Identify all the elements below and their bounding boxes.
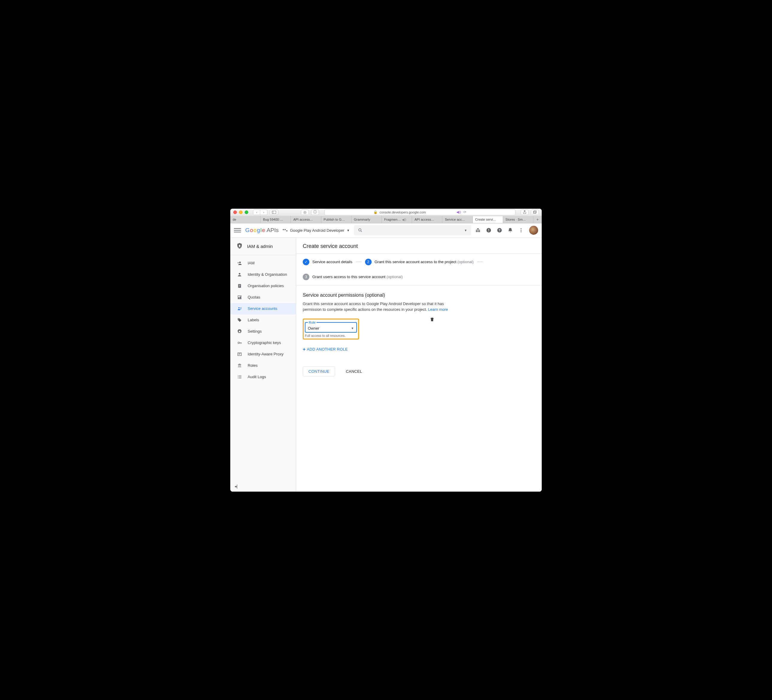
compass-icon[interactable]: ◎ [301,209,309,215]
tabs-button[interactable] [531,209,539,215]
address-text: console.developers.google.com [379,211,426,214]
svg-rect-37 [239,365,240,366]
sidebar-item-audit[interactable]: Audit Logs [230,371,296,383]
sidebar-item-roles[interactable]: Roles [230,360,296,371]
browser-tab[interactable]: API access… [291,216,321,223]
browser-tab-active[interactable]: Create servi… [473,216,503,223]
svg-rect-25 [239,286,240,287]
browser-tab[interactable]: Service acc… [442,216,473,223]
sidebar-item-label: IAM [248,261,255,265]
sidebar-item-iam[interactable]: IAM [230,257,296,269]
back-button[interactable]: ‹ [253,209,260,215]
svg-rect-8 [476,231,478,232]
info-icon[interactable]: ⓘ [311,209,319,215]
document-icon [237,283,242,289]
svg-rect-6 [476,230,478,231]
minimize-window-button[interactable] [239,211,242,214]
chevron-down-icon: ▼ [351,327,354,330]
cancel-button[interactable]: CANCEL [340,367,368,376]
app-body: IAM & admin IAM Identity & Organisation … [230,238,542,492]
google-apis-logo[interactable]: Google APIs [245,227,278,234]
sidebar-item-quotas[interactable]: Quotas [230,292,296,303]
svg-rect-10 [477,229,479,229]
step-number-icon: 2 [365,259,371,265]
browser-tab[interactable]: Publish to G… [321,216,352,223]
person-icon [237,272,242,277]
more-icon[interactable] [518,227,524,233]
collapse-nav-button[interactable]: ◂| [234,484,238,489]
svg-rect-7 [478,230,480,231]
search-box[interactable]: ▼ [354,225,471,236]
browser-tab[interactable]: de [230,216,260,223]
delete-role-button[interactable] [430,317,435,323]
svg-rect-36 [238,365,239,366]
continue-button[interactable]: CONTINUE [303,366,335,376]
svg-point-16 [521,228,522,229]
sidebar-item-service-accounts[interactable]: Service accounts [230,303,296,314]
help-icon[interactable]: ? [497,227,502,233]
menu-button[interactable] [234,227,241,234]
search-input[interactable] [366,228,461,233]
address-bar[interactable]: 🔒 console.developers.google.com ◀︎)) ⟳ [324,209,515,215]
audio-icon[interactable]: ◀︎)) [456,210,461,214]
notifications-icon[interactable] [507,227,513,233]
sidebar-item-policies[interactable]: Organisation policies [230,280,296,292]
forward-button[interactable]: › [260,209,267,215]
browser-tab[interactable]: Grammarly [352,216,382,223]
svg-point-21 [239,273,240,274]
stepper: ✓ Service account details 2 Grant this s… [296,254,542,285]
step-separator [356,262,361,262]
alert-icon[interactable] [486,227,491,233]
browser-tab[interactable]: Fragmen…◀︎)) [382,216,412,223]
sidebar-item-label: Identity & Organisation [248,272,287,276]
sidebar-item-iap[interactable]: Identity-Aware Proxy [230,348,296,360]
browser-window: ‹ › ◎ ⓘ 🔒 console.developers.google.com … [230,209,542,492]
reload-icon[interactable]: ⟳ [464,210,466,214]
svg-point-19 [239,245,240,246]
check-icon: ✓ [303,259,309,265]
page-title: Create service account [296,238,542,254]
permissions-description: Grant this service account access to Goo… [303,301,458,312]
avatar[interactable] [529,226,538,235]
sidebar-item-label: Labels [248,318,259,322]
shield-icon [236,242,243,250]
sidebar-item-label: Quotas [248,295,260,299]
section-title-text: IAM & admin [247,244,273,249]
sidebar-item-keys[interactable]: Cryptographic keys [230,337,296,348]
gift-icon[interactable] [475,227,481,233]
role-select[interactable]: Role Owner ▼ [305,321,357,333]
titlebar: ‹ › ◎ ⓘ 🔒 console.developers.google.com … [230,209,542,216]
project-selector[interactable]: Google Play Android Developer ▼ [283,228,350,233]
audio-icon: ◀︎)) [402,218,406,221]
plus-icon: + [303,347,306,352]
add-role-button[interactable]: + ADD ANOTHER ROLE [303,347,535,352]
new-tab-button[interactable]: + [533,216,542,223]
svg-rect-2 [533,211,536,213]
svg-rect-27 [239,297,239,298]
quota-icon [237,294,242,300]
sidebar-item-identity[interactable]: Identity & Organisation [230,269,296,280]
role-hint: Full access to all resources. [305,334,357,337]
sidebar-item-labels[interactable]: Labels [230,314,296,326]
close-window-button[interactable] [233,211,237,214]
svg-rect-0 [272,211,276,213]
actions: CONTINUE CANCEL [303,366,535,376]
safari-sidebar-button[interactable] [270,209,278,215]
sidebar-item-settings[interactable]: Settings [230,326,296,337]
key-icon [237,340,242,345]
sidebar-item-label: Organisation policies [248,283,284,288]
svg-point-18 [521,231,522,232]
chevron-down-icon[interactable]: ▼ [464,229,467,232]
browser-tab[interactable]: Stores · Sm… [503,216,533,223]
gear-icon [237,329,242,334]
browser-tab[interactable]: Bug 59400:… [260,216,291,223]
learn-more-link[interactable]: Learn more [428,307,448,312]
maximize-window-button[interactable] [245,211,248,214]
search-icon [358,228,363,233]
svg-rect-30 [240,307,242,308]
content-section: Service account permissions (optional) G… [296,285,542,384]
browser-tab[interactable]: API access… [412,216,442,223]
share-button[interactable] [521,209,528,215]
permissions-heading: Service account permissions (optional) [303,293,535,298]
svg-rect-32 [240,309,241,309]
